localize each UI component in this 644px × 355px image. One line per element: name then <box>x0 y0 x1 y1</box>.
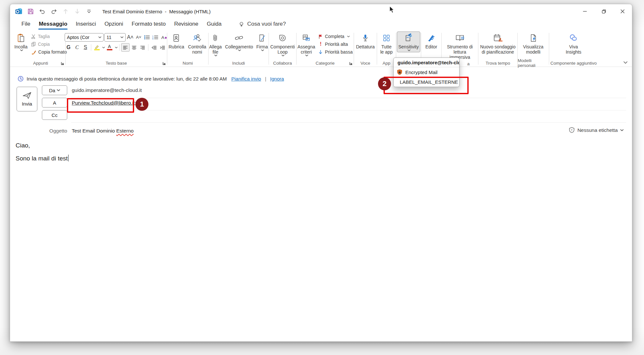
paste-label: Incolla <box>14 44 27 49</box>
assign-policy-label: Assegna criteri <box>297 44 315 55</box>
apps-grid-icon <box>382 32 391 44</box>
sensitivity-icon <box>404 32 413 44</box>
loop-label: Componenti Loop <box>270 44 295 55</box>
align-center-button[interactable] <box>130 44 138 51</box>
encrypted-shield-icon <box>397 69 402 75</box>
low-importance-label: Priorità bassa <box>325 49 353 55</box>
send-button[interactable]: Invia <box>17 87 37 111</box>
redo-button[interactable] <box>49 6 59 16</box>
italic-button[interactable]: C <box>73 44 81 51</box>
tab-formato-testo[interactable]: Formato testo <box>127 19 170 29</box>
viva-insights-button[interactable]: Viva Insights <box>562 32 585 56</box>
underline-button[interactable]: S <box>82 44 89 51</box>
schedule-send-icon <box>17 75 24 82</box>
copy-button: Copia <box>30 41 68 48</box>
font-size-select[interactable]: 11 <box>104 33 126 42</box>
tab-guida[interactable]: Guida <box>203 19 226 29</box>
clipboard-dialog-launcher[interactable] <box>61 62 64 65</box>
address-book-button[interactable]: Rubrica <box>167 32 185 50</box>
save-button[interactable] <box>26 6 35 16</box>
microphone-icon <box>361 32 370 44</box>
decrease-indent-button[interactable] <box>150 44 158 51</box>
high-importance-button[interactable]: ! Priorità alta <box>317 41 354 48</box>
restore-button[interactable] <box>594 4 613 19</box>
tell-me-label: Cosa vuoi fare? <box>247 21 286 27</box>
group-find-time: Nuovo sondaggio di pianificazione Trova … <box>478 30 517 67</box>
loop-components-button[interactable]: Componenti Loop <box>269 32 296 57</box>
copy-label: Copia <box>38 42 50 47</box>
bullet-list-button[interactable] <box>143 33 151 41</box>
paste-button[interactable]: Incolla <box>13 32 29 52</box>
cc-button[interactable]: Cc <box>42 110 67 120</box>
sensitivity-label-selector[interactable]: ? Nessuna etichetta <box>569 127 624 133</box>
group-collaborate: Componenti Loop Collabora <box>269 30 296 67</box>
tell-me-search[interactable]: Cosa vuoi fare? <box>239 21 286 27</box>
link-button[interactable]: Collegamento <box>224 32 254 52</box>
grow-font-button[interactable]: A˄ <box>126 33 134 41</box>
tab-file[interactable]: File <box>17 19 34 29</box>
tab-opzioni[interactable]: Opzioni <box>100 19 128 29</box>
collapse-ribbon-button[interactable] <box>624 61 632 67</box>
all-apps-button[interactable]: Tutte le app <box>378 32 395 56</box>
view-templates-label: Visualizza modelli <box>520 44 546 55</box>
tab-inserisci[interactable]: Inserisci <box>71 19 100 29</box>
assign-policy-button[interactable]: Assegna criteri <box>296 32 316 57</box>
check-names-button[interactable]: Controlla nomi <box>186 32 208 56</box>
group-names: Rubrica Controlla nomi Nomi <box>167 30 208 67</box>
view-templates-button[interactable]: Visualizza modelli <box>519 32 548 56</box>
send-plane-icon <box>22 92 32 99</box>
numbered-list-button[interactable]: 123 <box>152 33 159 41</box>
editor-pen-icon <box>427 32 436 44</box>
format-painter-button[interactable]: Copia formato <box>30 48 68 56</box>
viva-insights-icon <box>569 32 578 44</box>
schedule-send-infobar: Invia questo messaggio di posta elettron… <box>10 73 632 84</box>
subject-value[interactable]: Test Email Dominio Esterno <box>72 128 133 134</box>
increase-indent-button[interactable] <box>158 44 166 51</box>
align-right-button[interactable] <box>139 44 146 51</box>
tab-revisione[interactable]: Revisione <box>170 19 203 29</box>
tab-messaggio[interactable]: Messaggio <box>34 19 71 29</box>
ignore-link[interactable]: Ignora <box>270 76 284 82</box>
sensitivity-button[interactable]: Sensitivity <box>397 32 420 52</box>
from-button[interactable]: Da <box>42 85 67 95</box>
annotation-box-2 <box>384 77 469 94</box>
message-body[interactable]: Ciao, Sono la mail di test <box>16 139 69 165</box>
editor-button[interactable]: Editor <box>424 32 439 50</box>
ribbon-tab-row: File Messaggio Inserisci Opzioni Formato… <box>10 19 632 30</box>
customize-qat-button[interactable] <box>84 6 94 16</box>
immersive-reader-button[interactable]: Strumento di lettura immersiva <box>442 32 478 61</box>
infobar-message: Invia questo messaggio di posta elettron… <box>27 76 227 82</box>
check-names-label: Controlla nomi <box>187 44 207 55</box>
close-button[interactable] <box>613 4 632 19</box>
menu-item-encrypted-mail[interactable]: Encrypted Mail <box>394 67 459 77</box>
align-left-button[interactable] <box>121 43 130 52</box>
group-voice-label: Voce <box>360 61 370 66</box>
group-templates: Visualizza modelli Modelli personali <box>518 30 549 67</box>
from-value: guido.imperatore@tech-cloud.it <box>72 87 142 93</box>
font-name-select[interactable]: Aptos (Cor <box>65 33 104 42</box>
font-color-button[interactable]: A <box>106 44 113 51</box>
shrink-font-button[interactable]: A˅ <box>135 33 143 41</box>
cut-label: Taglia <box>38 34 50 39</box>
dictate-button[interactable]: Dettatura <box>355 32 376 50</box>
schedule-send-link[interactable]: Pianifica invio <box>231 76 261 82</box>
scheduling-poll-button[interactable]: Nuovo sondaggio di pianificazione <box>478 32 517 56</box>
signature-icon <box>258 32 266 44</box>
bold-button[interactable]: G <box>65 44 72 51</box>
attach-file-button[interactable]: Allega file <box>208 32 223 57</box>
to-button[interactable]: A <box>42 98 67 108</box>
highlight-colorbar <box>94 49 100 50</box>
title-bar: Test Email Dominio Esterno - Messaggio (… <box>10 4 632 19</box>
low-importance-button[interactable]: Priorità bassa <box>317 48 354 56</box>
follow-up-button[interactable]: Completa <box>317 33 354 40</box>
text-caret <box>68 155 69 161</box>
svg-text:A: A <box>161 35 165 40</box>
undo-button[interactable] <box>37 6 47 16</box>
high-importance-label: Priorità alta <box>325 42 348 47</box>
highlight-button[interactable] <box>93 44 101 51</box>
signature-button[interactable]: Firma <box>255 32 269 52</box>
categories-dialog-launcher[interactable] <box>349 62 353 65</box>
minimize-button[interactable] <box>575 4 594 19</box>
annotation-circle-2: 2 <box>378 77 391 90</box>
text-dialog-launcher[interactable] <box>162 62 166 65</box>
